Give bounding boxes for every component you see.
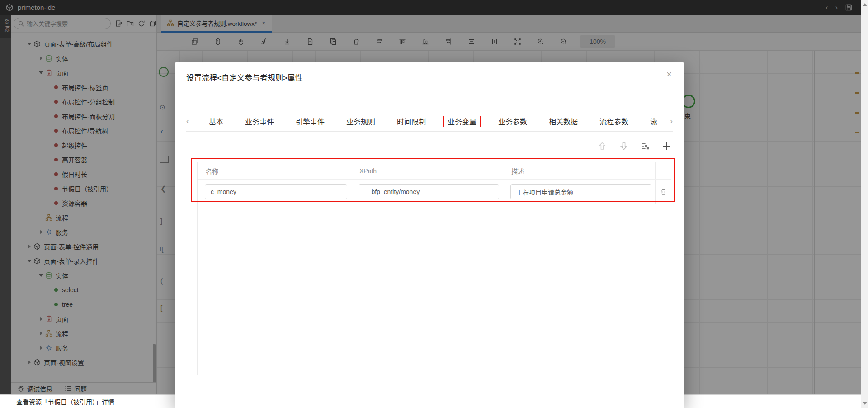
dialog-tab[interactable]: 基本	[209, 116, 223, 127]
dialog-tab[interactable]: 时间限制	[397, 116, 426, 127]
statusbar-text: 查看资源「节假日（被引用）」详情	[16, 397, 114, 406]
dialog-tabbar: ‹ 基本业务事件引擎事件业务规则时间限制业务变量业务参数相关数据流程参数泳 ›	[186, 111, 673, 132]
row-delete-button[interactable]	[656, 180, 671, 204]
column-header-description: 描述	[503, 162, 656, 179]
dialog-tab[interactable]: 业务规则	[346, 116, 375, 127]
tabs-scroll-right-icon[interactable]: ›	[663, 117, 673, 126]
variable-description-input[interactable]	[510, 184, 651, 199]
process-properties-dialog: 设置流程<自定义参与者规则>属性 × ‹ 基本业务事件引擎事件业务规则时间限制业…	[175, 62, 684, 408]
dialog-tab[interactable]: 业务参数	[498, 116, 527, 127]
column-header-actions	[656, 162, 671, 179]
window-scrollbar[interactable]	[861, 0, 868, 408]
dialog-tab[interactable]: 相关数据	[549, 116, 578, 127]
batch-set-icon[interactable]	[641, 142, 650, 151]
dialog-tab[interactable]: 引擎事件	[296, 116, 325, 127]
variable-name-input[interactable]	[205, 184, 347, 199]
dialog-tab-active[interactable]: 业务变量	[448, 116, 476, 127]
dialog-tab[interactable]: 业务事件	[245, 116, 274, 127]
variables-table: 名称 XPath 描述	[197, 162, 671, 375]
application-window: primeton-ide ‹ › 资源	[0, 0, 868, 408]
table-header: 名称 XPath 描述	[198, 162, 671, 180]
dialog-close-icon[interactable]: ×	[666, 70, 672, 79]
column-header-xpath: XPath	[351, 162, 503, 179]
move-up-icon[interactable]	[597, 141, 607, 151]
column-header-name: 名称	[198, 162, 351, 179]
dialog-tab[interactable]: 流程参数	[599, 116, 628, 127]
dialog-title: 设置流程<自定义参与者规则>属性	[186, 71, 303, 83]
scroll-up-icon[interactable]	[863, 3, 867, 6]
dialog-tab[interactable]: 泳	[650, 116, 657, 127]
tabs-scroll-left-icon[interactable]: ‹	[186, 117, 196, 126]
move-down-icon[interactable]	[619, 141, 629, 151]
variable-xpath-input[interactable]	[359, 184, 499, 199]
table-row	[198, 180, 671, 204]
variable-ops-toolbar	[597, 141, 671, 151]
scroll-down-icon[interactable]	[863, 402, 867, 405]
add-row-icon[interactable]	[661, 141, 671, 151]
